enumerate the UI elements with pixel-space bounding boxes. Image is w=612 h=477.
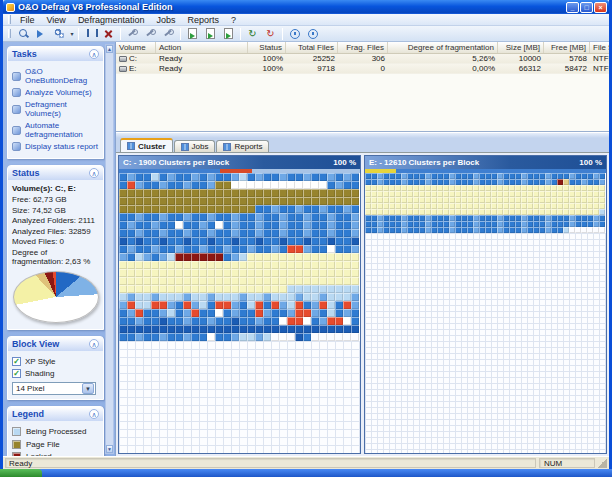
table-row[interactable]: C:Ready100%252523065,26%100005768NTFS	[116, 54, 609, 64]
column-header-filesystem[interactable]: File System	[590, 42, 609, 53]
status-panel-header[interactable]: Status ∧	[8, 166, 103, 180]
maximize-button[interactable]: □	[580, 2, 593, 13]
column-header-sizemb[interactable]: Size [MB]	[498, 42, 544, 53]
checkbox-row[interactable]: ✓Shading	[12, 369, 100, 378]
cluster-row	[119, 269, 360, 277]
method-stealth-button[interactable]	[124, 27, 141, 41]
defragment-button[interactable]	[33, 27, 50, 41]
dropdown-arrow-icon[interactable]: ▼	[82, 383, 94, 394]
menu-item-jobs[interactable]: Jobs	[150, 14, 181, 26]
legend-panel: Legend ∧ Being ProcessedPage FileLockedF…	[7, 406, 104, 457]
column-header-action[interactable]: Action	[156, 42, 248, 53]
cluster-view-e-grid[interactable]	[365, 173, 606, 453]
cell-totalfiles: 25252	[286, 54, 338, 63]
legend-panel-header[interactable]: Legend ∧	[8, 407, 103, 421]
cluster-view-c[interactable]: C: - 1900 Clusters per Block100 %	[118, 155, 361, 454]
onebutton-icon	[12, 72, 21, 81]
table-row[interactable]: E:Ready100%971800,00%6631258472NTFS	[116, 64, 609, 74]
cell-degreeoffragmentation: 0,00%	[388, 64, 498, 73]
task-item[interactable]: Analyze Volume(s)	[12, 88, 100, 97]
cluster-view-e[interactable]: E: - 12610 Clusters per Block100 %	[364, 155, 607, 454]
checkbox-shading[interactable]: ✓	[12, 369, 21, 378]
windows-taskbar[interactable]	[0, 469, 612, 477]
chevron-up-icon[interactable]: ∧	[89, 339, 99, 349]
task-item[interactable]: Defragment Volume(s)	[12, 100, 100, 118]
onebutton-defrag-button[interactable]	[51, 27, 68, 41]
info-button[interactable]	[286, 27, 303, 41]
analyze-icon	[12, 88, 21, 97]
stop-button[interactable]	[100, 27, 117, 41]
help-button[interactable]	[304, 27, 321, 41]
document-edit-icon	[205, 28, 216, 39]
job-delete-button[interactable]	[220, 27, 237, 41]
menu-item-defragmentation[interactable]: Defragmentation	[72, 14, 151, 26]
menu-item-reports[interactable]: Reports	[181, 14, 225, 26]
cluster-row	[119, 229, 360, 237]
pause-button[interactable]	[82, 27, 99, 41]
task-item-label: O&O OneButtonDefrag	[25, 67, 100, 85]
toolbar-grip	[8, 29, 11, 38]
start-button[interactable]	[0, 469, 42, 477]
chevron-up-icon[interactable]: ∧	[89, 168, 99, 178]
checkbox-row[interactable]: ✓XP Style	[12, 357, 100, 366]
status-panel-title: Status	[12, 168, 40, 178]
method-space-button[interactable]	[142, 27, 159, 41]
menu-item-file[interactable]: File	[14, 14, 41, 26]
cell-action: Ready	[156, 64, 248, 73]
column-header-freemb[interactable]: Free [MB]	[544, 42, 590, 53]
block-view-panel-header[interactable]: Block View ∧	[8, 337, 103, 351]
chevron-up-icon[interactable]: ∧	[89, 409, 99, 419]
tasks-panel-title: Tasks	[12, 49, 37, 59]
defragment-icon	[12, 105, 21, 114]
task-item[interactable]: O&O OneButtonDefrag	[12, 67, 100, 85]
column-header-degreeoffragmentation[interactable]: Degree of fragmentation	[388, 42, 498, 53]
pixel-size-select[interactable]: 14 Pixel ▼	[12, 382, 96, 395]
drive-table-header[interactable]: VolumeActionStatusTotal FilesFrag. Files…	[116, 42, 609, 54]
cell-action: Ready	[156, 54, 248, 63]
cluster-tab-icon	[127, 142, 135, 150]
block-view-panel-title: Block View	[12, 339, 59, 349]
status-line: Analyzed Files: 32859	[12, 227, 100, 236]
cluster-panel-percent: 100 %	[579, 158, 602, 167]
tasks-panel-header[interactable]: Tasks ∧	[8, 47, 103, 61]
title-bar[interactable]: O&O Defrag V8 Professional Edition _ □ ×	[3, 0, 609, 14]
refresh-button[interactable]: ↻	[244, 27, 261, 41]
checkbox-xpstyle[interactable]: ✓	[12, 357, 21, 366]
chevron-up-icon[interactable]: ∧	[89, 49, 99, 59]
task-item[interactable]: Automate defragmentation	[12, 121, 100, 139]
menu-item-[interactable]: ?	[225, 14, 242, 26]
scroll-up-icon[interactable]: ▲	[106, 45, 113, 53]
abort-button[interactable]: ↻	[262, 27, 279, 41]
automate-icon	[12, 126, 21, 135]
drive-table: VolumeActionStatusTotal FilesFrag. Files…	[116, 42, 609, 132]
column-header-volume[interactable]: Volume	[116, 42, 156, 53]
column-header-status[interactable]: Status	[248, 42, 286, 53]
toolbar-separator	[180, 28, 181, 40]
dropdown-caret-icon[interactable]: ▾	[69, 30, 75, 37]
sidebar-scrollbar[interactable]: ▲ ▼	[105, 44, 114, 454]
column-header-fragfiles[interactable]: Frag. Files	[338, 42, 388, 53]
toolbar-separator	[78, 28, 79, 40]
cluster-panel-title: C: - 1900 Clusters per Block	[123, 158, 229, 167]
tab-cluster[interactable]: Cluster	[120, 138, 173, 152]
minimize-button[interactable]: _	[566, 2, 579, 13]
close-button[interactable]: ×	[594, 2, 607, 13]
cluster-view-c-grid[interactable]	[119, 173, 360, 453]
document-add-icon	[187, 28, 198, 39]
menu-item-view[interactable]: View	[41, 14, 72, 26]
column-header-totalfiles[interactable]: Total Files	[286, 42, 338, 53]
tab-jobs[interactable]: Jobs	[174, 140, 216, 152]
job-new-button[interactable]	[184, 27, 201, 41]
cell-volume: E:	[116, 64, 156, 73]
analyze-button[interactable]	[15, 27, 32, 41]
cluster-row	[119, 245, 360, 253]
job-edit-button[interactable]	[202, 27, 219, 41]
task-item[interactable]: Display status report	[12, 142, 100, 151]
tab-reports[interactable]: Reports	[216, 140, 269, 152]
method-complete-button[interactable]	[160, 27, 177, 41]
resize-grip[interactable]	[597, 458, 607, 468]
scroll-down-icon[interactable]: ▼	[106, 445, 113, 453]
gears-icon	[54, 28, 65, 39]
legend-swatch	[12, 452, 21, 456]
status-message: Ready	[5, 458, 536, 468]
